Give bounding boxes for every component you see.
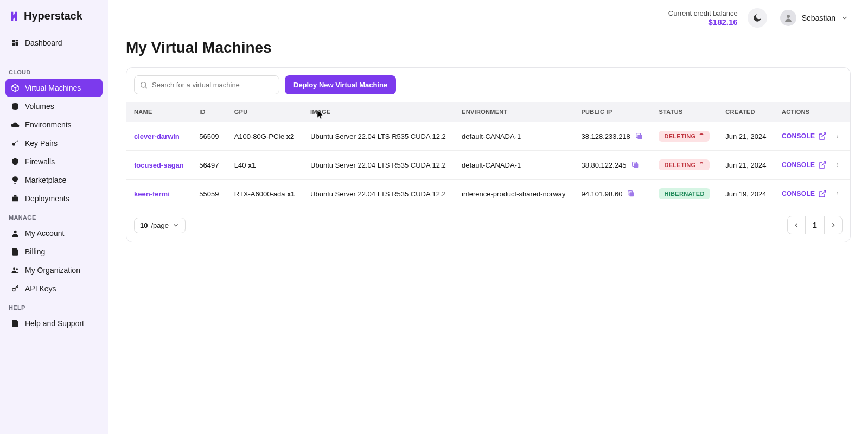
status-badge: DELETING: [659, 131, 710, 142]
page-size-select[interactable]: 10/page: [134, 218, 186, 233]
briefcase-icon: [11, 194, 20, 203]
vm-name-link[interactable]: keen-fermi: [134, 190, 170, 198]
deploy-vm-button[interactable]: Deploy New Virtual Machine: [285, 75, 396, 94]
table-row[interactable]: focused-sagan 56497 L40 x1 Ubuntu Server…: [126, 151, 850, 180]
more-actions-button[interactable]: [833, 161, 842, 169]
sidebar-item-dashboard[interactable]: Dashboard: [5, 34, 103, 52]
balance-label: Current credit balance: [668, 9, 738, 17]
brand-name: Hyperstack: [24, 10, 82, 22]
svg-rect-14: [637, 135, 642, 139]
sidebar-item-key-pairs[interactable]: Key Pairs: [5, 134, 103, 152]
search-icon: [139, 81, 148, 90]
theme-toggle-button[interactable]: [748, 8, 767, 28]
svg-point-9: [13, 267, 15, 270]
console-button[interactable]: CONSOLE: [782, 132, 827, 141]
sidebar-item-my-account[interactable]: My Account: [5, 224, 103, 242]
vm-created: Jun 19, 2024: [718, 180, 774, 208]
dashboard-icon: [11, 39, 20, 47]
vm-created: Jun 21, 2024: [718, 151, 774, 180]
prev-page-button[interactable]: [787, 216, 806, 234]
search-input[interactable]: [134, 75, 279, 94]
next-page-button[interactable]: [824, 216, 843, 234]
external-link-icon: [818, 161, 827, 169]
sidebar-item-label: Key Pairs: [25, 139, 58, 148]
sidebar-item-label: Environments: [25, 120, 72, 129]
sidebar-item-marketplace[interactable]: Marketplace: [5, 171, 103, 189]
sidebar-item-api-keys[interactable]: API Keys: [5, 279, 103, 298]
col-created: CREATED: [718, 102, 774, 122]
col-name: NAME: [126, 102, 192, 122]
sidebar-item-my-organization[interactable]: My Organization: [5, 261, 103, 279]
svg-rect-24: [630, 192, 634, 196]
col-actions: ACTIONS: [774, 102, 850, 122]
console-button[interactable]: CONSOLE: [782, 161, 827, 169]
sidebar-item-label: My Account: [25, 229, 64, 238]
col-public-ip: PUBLIC IP: [573, 102, 651, 122]
copy-icon[interactable]: [631, 161, 640, 169]
cube-icon: [11, 84, 20, 92]
sidebar-item-label: Firewalls: [25, 157, 55, 166]
col-id: ID: [192, 102, 226, 122]
svg-rect-7: [12, 197, 18, 202]
sidebar-item-virtual-machines[interactable]: Virtual Machines: [5, 79, 103, 97]
vm-env: default-CANADA-1: [454, 122, 573, 151]
page-number-button[interactable]: 1: [806, 216, 824, 234]
svg-point-11: [12, 288, 15, 291]
sidebar-item-help-support[interactable]: Help and Support: [5, 314, 103, 333]
vm-env: default-CANADA-1: [454, 151, 573, 180]
status-badge: HIBERNATED: [659, 188, 710, 199]
sidebar-item-label: Marketplace: [25, 176, 66, 184]
moon-icon: [752, 13, 762, 23]
stack-icon: [11, 102, 20, 111]
file-icon: [11, 247, 20, 256]
more-actions-button[interactable]: [833, 132, 842, 141]
more-actions-button[interactable]: [833, 189, 842, 198]
vm-ip: 38.128.233.218: [581, 132, 630, 141]
table-row[interactable]: clever-darwin 56509 A100-80G-PCIe x2 Ubu…: [126, 122, 850, 151]
logo[interactable]: Hyperstack: [5, 5, 103, 30]
vm-name-link[interactable]: clever-darwin: [134, 132, 180, 141]
vm-gpu: RTX-A6000-ada x1: [227, 180, 303, 208]
chevron-left-icon: [793, 221, 800, 229]
vm-created: Jun 21, 2024: [718, 122, 774, 151]
vm-id: 56509: [192, 122, 226, 151]
sidebar-item-label: Billing: [25, 247, 45, 256]
users-icon: [11, 266, 20, 275]
sidebar-item-label: Dashboard: [25, 39, 62, 47]
avatar: [780, 10, 796, 26]
sidebar-item-deployments[interactable]: Deployments: [5, 189, 103, 208]
svg-point-22: [838, 164, 838, 165]
sidebar-item-volumes[interactable]: Volumes: [5, 97, 103, 116]
svg-point-13: [141, 82, 146, 87]
col-image: IMAGE: [303, 102, 454, 122]
chevron-down-icon: [841, 14, 848, 22]
user-name: Sebastian: [802, 14, 835, 22]
copy-icon[interactable]: [635, 132, 643, 141]
sidebar-item-firewalls[interactable]: Firewalls: [5, 152, 103, 171]
table-row[interactable]: keen-fermi 55059 RTX-A6000-ada x1 Ubuntu…: [126, 180, 850, 208]
cloud-icon: [11, 120, 20, 129]
page-size-value: 10: [140, 221, 148, 229]
vm-panel: Deploy New Virtual Machine NAME ID GPU I…: [126, 67, 851, 242]
vm-name-link[interactable]: focused-sagan: [134, 161, 184, 169]
chevron-down-icon: [172, 221, 180, 229]
user-menu[interactable]: Sebastian: [777, 8, 852, 28]
copy-icon[interactable]: [627, 189, 635, 198]
svg-point-16: [838, 135, 838, 135]
document-icon: [11, 319, 20, 328]
sidebar-item-billing[interactable]: Billing: [5, 242, 103, 261]
svg-point-23: [838, 166, 838, 167]
svg-rect-19: [634, 163, 638, 168]
topbar: Current credit balance $182.16 Sebastian: [108, 0, 868, 28]
sidebar-item-label: Deployments: [25, 194, 69, 203]
pagination: 1: [787, 216, 843, 234]
console-button[interactable]: CONSOLE: [782, 189, 827, 198]
vm-gpu: L40 x1: [227, 151, 303, 180]
sidebar-item-label: Help and Support: [25, 319, 84, 328]
user-icon: [11, 229, 20, 238]
sidebar-item-environments[interactable]: Environments: [5, 116, 103, 134]
col-status: STATUS: [651, 102, 718, 122]
avatar-icon: [783, 13, 793, 23]
page-size-suffix: /page: [151, 221, 169, 229]
sidebar-item-label: My Organization: [25, 266, 80, 275]
